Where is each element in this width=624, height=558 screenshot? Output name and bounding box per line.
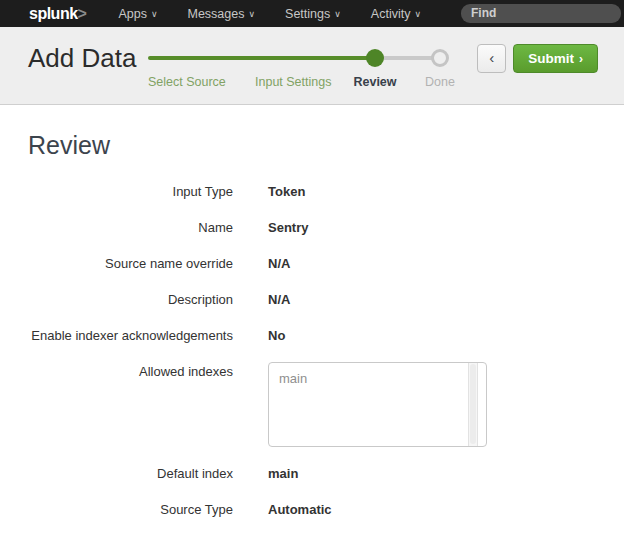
splunk-logo-caret-icon: > xyxy=(78,5,87,22)
chevron-down-icon: ∨ xyxy=(414,9,421,19)
field-value: No xyxy=(268,326,285,346)
chevron-down-icon: ∨ xyxy=(334,9,341,19)
step-review: Review xyxy=(353,75,396,89)
page-title: Review xyxy=(28,131,624,160)
step-input-settings[interactable]: Input Settings xyxy=(255,75,331,89)
chevron-right-icon: › xyxy=(579,52,583,66)
allowed-indexes-listbox[interactable]: main xyxy=(268,362,487,447)
field-label: Enable indexer acknowledgements xyxy=(28,326,233,346)
nav-menu-activity[interactable]: Activity∨ xyxy=(371,7,421,21)
field-label: Description xyxy=(28,290,233,310)
review-form: Input Type Token Name Sentry Source name… xyxy=(28,182,624,520)
field-row-source-name-override: Source name override N/A xyxy=(28,254,624,274)
stepper-progress-line xyxy=(148,56,375,60)
progress-stepper: Select Source Input Settings Review Done xyxy=(148,49,460,97)
field-label: Source name override xyxy=(28,254,233,274)
splunk-logo[interactable]: splunk> xyxy=(29,5,86,23)
field-label: Source Type xyxy=(28,500,233,520)
listbox-scroll-thumb[interactable] xyxy=(470,364,476,444)
field-value: Sentry xyxy=(268,218,308,238)
stepper-current-dot xyxy=(366,49,384,67)
find-search-input[interactable]: Find xyxy=(461,4,621,23)
nav-menu-apps[interactable]: Apps∨ xyxy=(118,7,157,21)
listbox-scrollbar[interactable] xyxy=(468,363,478,446)
field-value: Automatic xyxy=(268,500,332,520)
field-label: Name xyxy=(28,218,233,238)
field-value: N/A xyxy=(268,254,290,274)
back-button[interactable]: ‹ xyxy=(477,44,506,73)
step-done: Done xyxy=(425,75,455,89)
field-row-input-type: Input Type Token xyxy=(28,182,624,202)
stepper-labels: Select Source Input Settings Review Done xyxy=(148,75,460,91)
field-label: Allowed indexes xyxy=(28,362,233,382)
wizard-header: Add Data Select Source Input Settings Re… xyxy=(0,27,624,105)
chevron-left-icon: ‹ xyxy=(489,49,494,66)
field-label: Default index xyxy=(28,464,233,484)
wizard-title: Add Data xyxy=(28,43,136,74)
review-content: Review Input Type Token Name Sentry Sour… xyxy=(0,105,624,520)
field-row-name: Name Sentry xyxy=(28,218,624,238)
field-row-default-index: Default index main xyxy=(28,464,624,484)
submit-button[interactable]: Submit› xyxy=(513,44,598,73)
header-buttons: ‹ Submit› xyxy=(477,44,598,73)
field-value: Token xyxy=(268,182,305,202)
field-row-source-type: Source Type Automatic xyxy=(28,500,624,520)
listbox-item[interactable]: main xyxy=(269,363,486,386)
step-select-source[interactable]: Select Source xyxy=(148,75,226,89)
chevron-down-icon: ∨ xyxy=(151,9,158,19)
field-value: main xyxy=(268,464,298,484)
top-nav-bar: splunk> Apps∨ Messages∨ Settings∨ Activi… xyxy=(0,0,624,27)
nav-menu-messages[interactable]: Messages∨ xyxy=(188,7,256,21)
stepper-upcoming-dot xyxy=(431,49,449,67)
field-label: Input Type xyxy=(28,182,233,202)
field-value: N/A xyxy=(268,290,290,310)
chevron-down-icon: ∨ xyxy=(248,9,255,19)
field-row-allowed-indexes: Allowed indexes main xyxy=(28,362,624,447)
field-row-description: Description N/A xyxy=(28,290,624,310)
field-row-indexer-acknowledgements: Enable indexer acknowledgements No xyxy=(28,326,624,346)
nav-menu-settings[interactable]: Settings∨ xyxy=(285,7,341,21)
